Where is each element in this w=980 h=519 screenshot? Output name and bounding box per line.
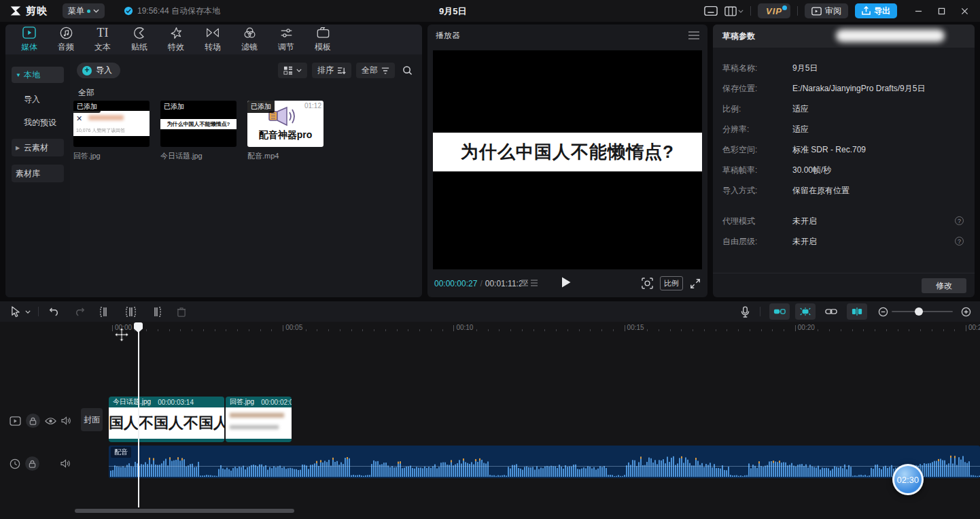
adjust-icon: [280, 26, 293, 39]
review-button[interactable]: 审阅: [805, 3, 848, 18]
ratio-button[interactable]: 比例: [660, 276, 683, 290]
divider: [797, 6, 798, 16]
lock-track-icon[interactable]: [26, 414, 40, 428]
ruler-minor-tick: [727, 329, 727, 331]
timeline-audio-clip[interactable]: 配音: [109, 446, 980, 478]
playhead-line[interactable]: [138, 322, 139, 507]
audio-icon: [60, 26, 73, 39]
media-item-voiceover[interactable]: 配音神器pro 已添加 01:12 配音.mp4: [247, 101, 323, 161]
tab-adjust[interactable]: 调节: [268, 24, 304, 54]
zoom-out-icon[interactable]: [875, 303, 890, 320]
minimize-button[interactable]: [908, 2, 928, 20]
menu-button[interactable]: 菜单: [63, 3, 105, 18]
media-thumbnail[interactable]: 已添加 为什么中国人不能懒惰点?: [160, 101, 237, 147]
caption-list-icon[interactable]: [521, 279, 538, 288]
media-thumbnail[interactable]: 配音神器pro 已添加 01:12: [247, 101, 323, 147]
media-tabstrip: 媒体 音频 TI 文本 贴纸 特效 转场: [5, 24, 422, 54]
tab-transition[interactable]: 转场: [194, 24, 231, 54]
tab-template[interactable]: 模板: [304, 24, 341, 54]
mute-track-icon[interactable]: [61, 416, 71, 425]
timeline-horizontal-scrollbar[interactable]: [75, 509, 294, 513]
ruler-time-label: 00:10: [456, 324, 473, 331]
layout-switch-icon[interactable]: [724, 6, 743, 16]
close-button[interactable]: [954, 2, 975, 20]
tab-sticker[interactable]: 贴纸: [121, 24, 158, 54]
sidebar-item-library[interactable]: 素材库: [12, 165, 64, 182]
timeline-ruler[interactable]: 00:0000:0500:1000:1500:2000:25: [0, 322, 980, 335]
tab-text[interactable]: TI 文本: [84, 24, 121, 54]
timeline-zoom-slider[interactable]: [892, 311, 953, 312]
param-label: 分辨率:: [722, 124, 749, 135]
tab-media[interactable]: 媒体: [11, 24, 48, 54]
split-button[interactable]: [122, 303, 139, 320]
sidebar-item-import[interactable]: 导入: [12, 91, 64, 107]
player-menu-icon[interactable]: [688, 31, 699, 39]
ruler-minor-tick: [169, 329, 170, 331]
filter-icon: [243, 26, 256, 39]
media-item-answer[interactable]: 已添加 ✕ 10,076 人赞同了该回答 回答.jpg: [73, 101, 150, 161]
ruler-minor-tick: [215, 329, 215, 331]
param-label: 草稿名称:: [722, 63, 757, 74]
ruler-minor-tick: [385, 329, 386, 331]
help-icon[interactable]: ?: [955, 216, 964, 225]
shortcut-keys-icon[interactable]: [704, 5, 718, 16]
section-label: 全部: [78, 87, 94, 99]
ruler-minor-tick: [601, 329, 602, 331]
redo-button[interactable]: [71, 303, 88, 320]
media-item-topic[interactable]: 已添加 为什么中国人不能懒惰点? 今日话题.jpg: [160, 101, 237, 161]
media-thumbnail[interactable]: 已添加 ✕ 10,076 人赞同了该回答: [73, 101, 150, 147]
delete-button[interactable]: [173, 303, 190, 320]
fullscreen-icon[interactable]: [690, 278, 701, 289]
tab-effects[interactable]: 特效: [158, 24, 194, 54]
zoom-in-icon[interactable]: [958, 303, 973, 320]
timeline-clip-topic[interactable]: 今日话题.jpg 00:00:03:14 国人不国人不国人不国人不: [109, 397, 224, 442]
modify-button[interactable]: 修改: [922, 278, 966, 293]
import-button[interactable]: + 导入: [77, 63, 120, 78]
ruler-minor-tick: [522, 329, 523, 331]
ruler-minor-tick: [317, 329, 317, 331]
mute-track-icon[interactable]: [60, 459, 71, 468]
jianying-app: 剪映 菜单 19:56:44 自动保存本地 9月5日 VIP: [0, 0, 980, 519]
mouse-move-cursor: [114, 327, 129, 342]
view-mode-button[interactable]: [278, 63, 307, 78]
main-track-magnet-button[interactable]: [769, 303, 790, 320]
ruler-minor-tick: [431, 329, 432, 331]
help-icon[interactable]: ?: [955, 237, 964, 246]
play-button[interactable]: [561, 276, 572, 288]
split-left-button[interactable]: [97, 303, 113, 320]
cover-button[interactable]: 封面: [81, 408, 103, 431]
search-icon[interactable]: [400, 65, 415, 76]
current-time: 00:00:00:27: [434, 279, 477, 288]
vip-button[interactable]: VIP: [758, 3, 790, 18]
export-icon: [862, 6, 871, 16]
record-voiceover-button[interactable]: [737, 303, 753, 320]
frame-preview-icon[interactable]: [642, 278, 653, 289]
select-tool-button[interactable]: [8, 303, 23, 320]
sidebar-item-presets[interactable]: 我的预设: [12, 114, 64, 131]
undo-button[interactable]: [46, 303, 63, 320]
select-tool-dropdown-icon[interactable]: [23, 303, 33, 320]
tab-audio[interactable]: 音频: [48, 24, 84, 54]
ruler-minor-tick: [192, 329, 192, 331]
auto-snap-button[interactable]: [795, 303, 816, 320]
split-right-button[interactable]: [147, 303, 164, 320]
export-button[interactable]: 导出: [855, 3, 897, 18]
player-panel: 播放器 为什么中国人不能懒惰点? 00:00:00:27/00:01:11:22: [427, 24, 707, 297]
param-label: 导入方式:: [722, 185, 757, 197]
added-badge: 已添加: [73, 101, 101, 113]
preview-axis-button[interactable]: [847, 303, 867, 320]
tab-filter[interactable]: 滤镜: [231, 24, 268, 54]
video-preview[interactable]: 为什么中国人不能懒惰点?: [433, 50, 702, 269]
zoom-slider-handle[interactable]: [915, 307, 923, 316]
hide-track-icon[interactable]: [45, 417, 56, 425]
lock-track-icon[interactable]: [25, 456, 39, 471]
sidebar-item-cloud[interactable]: ▶ 云素材: [12, 139, 64, 156]
maximize-button[interactable]: [931, 2, 951, 20]
link-button[interactable]: [822, 303, 840, 320]
timeline-clip-answer[interactable]: 回答.jpg 00:00:02:00: [226, 397, 292, 442]
sort-button[interactable]: 排序: [312, 63, 351, 78]
clip-name: 今日话题.jpg: [113, 397, 151, 407]
param-value: 保留在原有位置: [792, 185, 850, 197]
sidebar-item-local[interactable]: ▼ 本地: [12, 67, 64, 83]
filter-all-button[interactable]: 全部: [356, 63, 395, 78]
